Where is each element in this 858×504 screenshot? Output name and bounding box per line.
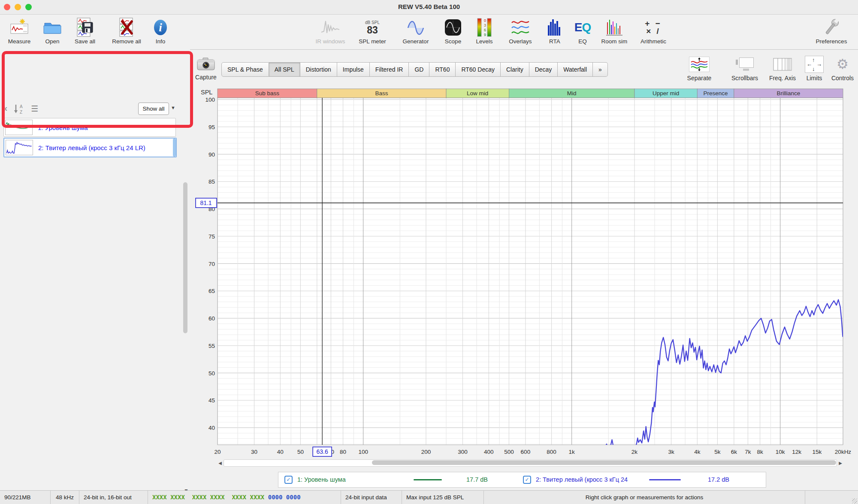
max-input-level: Max input 125 dB SPL <box>402 491 484 504</box>
svg-text:4k: 4k <box>694 449 701 455</box>
svg-text:8k: 8k <box>757 449 763 455</box>
bit-depth: 24-bit in, 16-bit out <box>79 491 148 504</box>
trace1-value: 17.7 dB <box>466 476 488 483</box>
svg-text:2k: 2k <box>631 449 638 455</box>
svg-text:20: 20 <box>214 449 221 455</box>
svg-text:65: 65 <box>208 288 215 294</box>
svg-text:600: 600 <box>521 449 531 455</box>
svg-text:3k: 3k <box>668 449 674 455</box>
svg-text:400: 400 <box>484 449 494 455</box>
trace2-label[interactable]: 2: Твитер левый (кросс 3 кГц 24 <box>536 476 628 483</box>
svg-text:75: 75 <box>208 233 215 240</box>
trace2-checkbox[interactable]: ✓ <box>523 476 531 484</box>
svg-text:70: 70 <box>208 261 215 267</box>
spl-chart[interactable]: Sub bassBassLow midMidUpper midPresenceB… <box>0 0 858 504</box>
svg-text:40: 40 <box>277 449 284 455</box>
svg-text:63.6: 63.6 <box>317 448 328 455</box>
trace2-line-swatch <box>649 479 681 480</box>
svg-text:81.1: 81.1 <box>200 199 211 206</box>
svg-text:Mid: Mid <box>567 90 577 97</box>
svg-text:95: 95 <box>208 124 215 130</box>
trace1-label[interactable]: 1: Уровень шума <box>297 476 346 483</box>
svg-text:500: 500 <box>504 449 514 455</box>
trace1-checkbox[interactable]: ✓ <box>284 476 293 484</box>
svg-text:60: 60 <box>208 315 215 322</box>
svg-text:80: 80 <box>340 449 346 455</box>
svg-text:10k: 10k <box>776 449 785 455</box>
svg-text:90: 90 <box>208 151 215 158</box>
svg-text:300: 300 <box>458 449 468 455</box>
svg-text:Sub bass: Sub bass <box>255 90 280 97</box>
memory-usage: 90/221MB <box>0 491 51 504</box>
svg-text:Upper mid: Upper mid <box>653 90 679 97</box>
svg-text:45: 45 <box>208 397 215 404</box>
svg-text:55: 55 <box>208 343 215 349</box>
svg-text:5k: 5k <box>714 449 721 455</box>
scroll-right-arrow[interactable]: ▶ <box>837 461 844 465</box>
svg-text:30: 30 <box>251 449 257 455</box>
scroll-left-arrow[interactable]: ◀ <box>217 461 224 465</box>
trace1-line-swatch <box>414 479 442 480</box>
svg-text:6k: 6k <box>731 449 737 455</box>
svg-text:20kHz: 20kHz <box>835 449 852 455</box>
statusbar-spacer <box>805 491 858 504</box>
svg-text:Brilliance: Brilliance <box>777 90 801 97</box>
svg-text:200: 200 <box>421 449 431 455</box>
svg-text:1k: 1k <box>569 449 575 455</box>
svg-text:40: 40 <box>208 425 215 431</box>
svg-text:Low mid: Low mid <box>467 90 488 97</box>
rew-window: REW V5.40 Beta 100 Measure Open <box>0 0 858 504</box>
svg-text:7k: 7k <box>745 449 751 455</box>
graph-scrollbar-track[interactable] <box>224 459 837 467</box>
svg-text:50: 50 <box>297 449 304 455</box>
svg-text:85: 85 <box>208 178 215 185</box>
svg-text:100: 100 <box>358 449 368 455</box>
trace2-value: 17.2 dB <box>708 476 729 483</box>
svg-text:12k: 12k <box>792 449 801 455</box>
graph-scrollbar-thumb[interactable] <box>372 460 836 465</box>
svg-text:Bass: Bass <box>375 90 388 97</box>
svg-text:800: 800 <box>547 449 556 455</box>
svg-text:Presence: Presence <box>704 90 728 97</box>
channel-status-zeros: 0000 0000 <box>264 494 300 501</box>
hint-text: Right click graph or measurements for ac… <box>484 491 805 504</box>
status-bar: 90/221MB 48 kHz 24-bit in, 16-bit out XX… <box>0 490 858 504</box>
input-format: 24-bit input data <box>341 491 402 504</box>
sample-rate: 48 kHz <box>51 491 79 504</box>
svg-text:100: 100 <box>205 97 215 103</box>
channel-status-hex: XXXX XXXX XXXX XXXX XXXX XXXX <box>152 494 264 501</box>
svg-text:15k: 15k <box>812 449 822 455</box>
graph-horizontal-scrollbar: ◀ ▶ <box>217 459 844 467</box>
resize-grip[interactable] <box>852 498 857 504</box>
svg-text:50: 50 <box>208 370 215 377</box>
trace-legend: ✓ 1: Уровень шума 17.7 dB ✓ 2: Твитер ле… <box>278 472 766 488</box>
channel-status: XXXX XXXX XXXX XXXX XXXX XXXX 0000 0000 <box>148 491 341 504</box>
